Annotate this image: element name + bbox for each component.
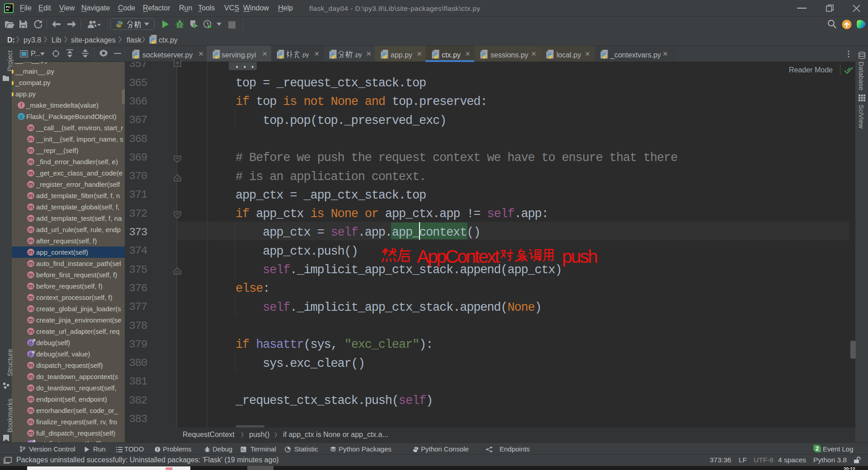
svg-text:p: p [29,351,33,357]
svg-text:m: m [28,283,33,290]
svg-text:m: m [28,328,33,335]
svg-text:m: m [28,215,33,222]
svg-text:m: m [28,249,33,256]
svg-text:m: m [28,227,33,233]
svg-text:c: c [20,114,23,120]
svg-text:m: m [28,408,33,414]
svg-text:m: m [28,170,33,176]
svg-text:m: m [28,238,33,244]
svg-text:m: m [28,136,33,142]
svg-text:.py: .py [301,51,309,58]
svg-text:m: m [28,385,33,391]
svg-text:m: m [28,294,33,301]
svg-text:PC: PC [6,5,11,9]
svg-text:m: m [28,159,33,165]
svg-text:m: m [28,204,33,210]
svg-text:m: m [28,272,33,278]
svg-text:m: m [28,147,33,154]
svg-text:m: m [28,181,33,188]
svg-text:m: m [28,430,33,437]
svg-text:m: m [28,125,33,131]
svg-text:m: m [28,396,33,403]
svg-text:m: m [28,306,33,312]
svg-text:m: m [28,261,33,267]
svg-text:m: m [28,374,33,380]
svg-text:m: m [28,193,33,199]
svg-text:m: m [28,419,33,425]
svg-text:m: m [28,362,33,369]
svg-text:f: f [20,102,22,109]
svg-text:m: m [28,317,33,323]
svg-text:.py: .py [354,51,362,58]
svg-text:p: p [29,340,33,346]
